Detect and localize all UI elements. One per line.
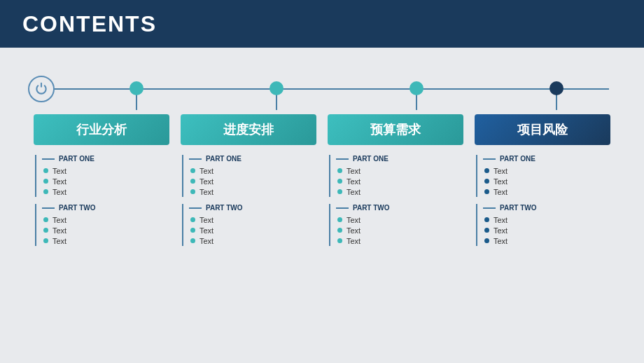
section-column-4: 项目风险 PART ONE Text Text Text PART TWO Te… — [469, 114, 616, 246]
list-item: Text — [482, 186, 610, 197]
part-label-1-1: PART ONE — [41, 155, 169, 163]
list-item: Text — [41, 214, 169, 225]
part-group-2-2: PART TWO Text Text Text — [182, 204, 316, 246]
bullet-dot — [484, 168, 489, 173]
bullet-dot — [484, 217, 489, 222]
list-item: Text — [188, 176, 316, 186]
list-item: Text — [335, 165, 463, 176]
part-label-4-2: PART TWO — [482, 204, 610, 212]
section-header-1: 行业分析 — [34, 114, 169, 145]
bullet-dot — [43, 168, 48, 173]
page-header: CONTENTS — [0, 0, 644, 48]
connector-line-3 — [416, 95, 417, 110]
bullet-dot — [43, 217, 48, 222]
list-item: Text — [41, 186, 169, 197]
part-label-1-2: PART TWO — [41, 204, 169, 212]
bullet-dot — [190, 179, 195, 184]
part-group-1-2: PART TWO Text Text Text — [35, 204, 169, 246]
bullet-dot — [484, 179, 489, 184]
part-group-1-1: PART ONE Text Text Text — [35, 155, 169, 197]
part-label-2-1: PART ONE — [188, 155, 316, 163]
list-item: Text — [335, 186, 463, 197]
list-item: Text — [188, 214, 316, 225]
bullet-dot — [190, 189, 195, 194]
list-item: Text — [335, 235, 463, 246]
part-group-4-1: PART ONE Text Text Text — [476, 155, 610, 197]
bullet-dot — [190, 217, 195, 222]
part-group-3-2: PART TWO Text Text Text — [329, 204, 463, 246]
sections-row: 行业分析 PART ONE Text Text Text PART TWO Te… — [21, 114, 623, 246]
bullet-dot — [337, 238, 342, 243]
bullet-dot — [484, 238, 489, 243]
timeline-dot-3 — [410, 81, 424, 95]
bullet-dot — [337, 168, 342, 173]
section-column-1: 行业分析 PART ONE Text Text Text PART TWO Te… — [28, 114, 175, 246]
part-group-4-2: PART TWO Text Text Text — [476, 204, 610, 246]
section-column-3: 预算需求 PART ONE Text Text Text PART TWO Te… — [322, 114, 469, 246]
list-item: Text — [41, 176, 169, 186]
part-group-2-1: PART ONE Text Text Text — [182, 155, 316, 197]
timeline-dot-1 — [130, 81, 144, 95]
bullet-dot — [43, 189, 48, 194]
part-label-3-2: PART TWO — [335, 204, 463, 212]
bullet-dot — [337, 228, 342, 233]
connector-line-1 — [136, 95, 137, 110]
list-item: Text — [41, 165, 169, 176]
list-item: Text — [41, 225, 169, 235]
list-item: Text — [41, 235, 169, 246]
bullet-dot — [43, 179, 48, 184]
timeline-dot-2 — [270, 81, 284, 95]
bullet-dot — [190, 228, 195, 233]
list-item: Text — [188, 165, 316, 176]
list-item: Text — [335, 225, 463, 235]
bullet-dot — [43, 238, 48, 243]
power-icon-circle — [28, 76, 55, 102]
part-label-2-2: PART TWO — [188, 204, 316, 212]
bullet-dot — [337, 217, 342, 222]
list-item: Text — [188, 235, 316, 246]
list-item: Text — [482, 165, 610, 176]
list-item: Text — [335, 214, 463, 225]
list-item: Text — [335, 176, 463, 186]
power-icon — [34, 82, 48, 96]
list-item: Text — [482, 225, 610, 235]
list-item: Text — [188, 225, 316, 235]
list-item: Text — [188, 186, 316, 197]
section-header-3: 预算需求 — [328, 114, 463, 145]
part-label-4-1: PART ONE — [482, 155, 610, 163]
list-item: Text — [482, 235, 610, 246]
bullet-dot — [190, 238, 195, 243]
bullet-dot — [337, 189, 342, 194]
connector-line-4 — [556, 95, 557, 110]
bullet-dot — [43, 228, 48, 233]
bullet-dot — [337, 179, 342, 184]
page-title: CONTENTS — [22, 11, 157, 37]
connector-line-2 — [276, 95, 277, 110]
section-header-4: 项目风险 — [475, 114, 610, 145]
list-item: Text — [482, 214, 610, 225]
bullet-dot — [190, 168, 195, 173]
part-group-3-1: PART ONE Text Text Text — [329, 155, 463, 197]
bullet-dot — [484, 228, 489, 233]
part-label-3-1: PART ONE — [335, 155, 463, 163]
list-item: Text — [482, 176, 610, 186]
bullet-dot — [484, 189, 489, 194]
section-header-2: 进度安排 — [181, 114, 316, 145]
section-column-2: 进度安排 PART ONE Text Text Text PART TWO Te… — [175, 114, 322, 246]
main-content: 行业分析 PART ONE Text Text Text PART TWO Te… — [0, 48, 644, 363]
timeline-dot-4 — [550, 81, 564, 95]
